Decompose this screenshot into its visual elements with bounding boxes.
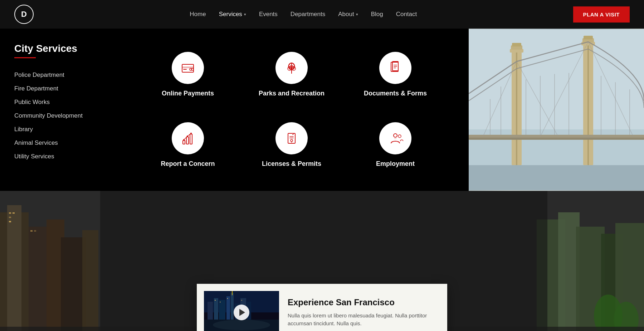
svg-point-30 <box>291 139 293 142</box>
nav-contact[interactable]: Contact <box>396 11 417 18</box>
sidebar-item-fire[interactable]: Fire Department <box>14 82 104 95</box>
parks-recreation-icon-circle <box>275 52 308 84</box>
svg-rect-48 <box>584 36 593 39</box>
video-description: Nulla quis lorem ut libero malesuada feu… <box>288 312 436 328</box>
sidebar-title: City Services <box>14 43 104 54</box>
licenses-permits-icon-circle <box>275 122 308 154</box>
svg-rect-92 <box>219 300 225 320</box>
service-report-concern[interactable]: Report a Concern <box>161 122 215 168</box>
main-section: City Services Police Department Fire Dep… <box>0 29 644 191</box>
svg-point-26 <box>190 133 192 134</box>
main-nav: Home Services ▾ Events Departments About… <box>34 11 573 18</box>
play-button[interactable] <box>234 305 249 320</box>
svg-rect-21 <box>183 140 185 144</box>
svg-rect-100 <box>215 300 216 301</box>
svg-rect-22 <box>186 137 189 144</box>
service-documents-forms[interactable]: Documents & Forms <box>364 52 427 97</box>
nav-departments[interactable]: Departments <box>291 11 325 18</box>
svg-rect-104 <box>241 300 242 301</box>
service-online-payments[interactable]: Online Payments <box>162 52 214 97</box>
chevron-down-icon: ▾ <box>244 12 246 17</box>
credit-card-icon <box>180 60 196 76</box>
nav-home[interactable]: Home <box>190 11 206 18</box>
plan-visit-button[interactable]: PLAN A VISIT <box>573 6 630 23</box>
svg-rect-76 <box>34 230 36 232</box>
svg-rect-38 <box>469 165 644 190</box>
svg-point-33 <box>394 134 397 137</box>
video-card: Experience San Francisco Nulla quis lore… <box>197 284 447 331</box>
sidebar-underline <box>14 57 36 58</box>
nav-about[interactable]: About ▾ <box>338 11 358 18</box>
nav-services[interactable]: Services ▾ <box>219 11 246 18</box>
svg-rect-103 <box>232 295 233 295</box>
logo[interactable]: D <box>14 5 34 24</box>
service-parks-recreation[interactable]: Parks and Recreation <box>259 52 325 97</box>
service-licenses-permits[interactable]: Licenses & Permits <box>262 122 321 168</box>
svg-rect-94 <box>231 293 234 320</box>
sidebar-item-police[interactable]: Police Department <box>14 68 104 82</box>
sidebar: City Services Police Department Fire Dep… <box>0 29 114 191</box>
svg-rect-40 <box>516 51 517 165</box>
video-text: Experience San Francisco Nulla quis lore… <box>288 297 436 328</box>
report-concern-icon-circle <box>172 122 204 154</box>
service-employment[interactable]: Employment <box>376 122 415 168</box>
svg-point-34 <box>398 135 401 138</box>
services-grid: Online Payments <box>114 29 469 191</box>
bridge-image <box>469 29 644 191</box>
sidebar-item-community-dev[interactable]: Community Development <box>14 109 104 123</box>
people-icon <box>387 130 403 146</box>
play-icon <box>239 309 245 316</box>
svg-point-99 <box>213 320 270 330</box>
svg-point-24 <box>183 139 185 140</box>
svg-rect-93 <box>226 296 230 320</box>
employment-icon-circle <box>379 122 411 154</box>
svg-line-32 <box>292 134 294 135</box>
svg-rect-90 <box>208 302 213 320</box>
sidebar-item-animal[interactable]: Animal Services <box>14 136 104 150</box>
video-title: Experience San Francisco <box>288 297 436 307</box>
sidebar-list: Police Department Fire Department Public… <box>14 68 104 163</box>
svg-rect-74 <box>9 221 11 222</box>
sidebar-item-library[interactable]: Library <box>14 123 104 136</box>
svg-rect-75 <box>30 230 33 232</box>
svg-rect-101 <box>220 302 221 302</box>
svg-rect-43 <box>512 43 521 46</box>
svg-rect-95 <box>232 291 233 295</box>
svg-rect-17 <box>392 61 398 71</box>
documents-forms-label: Documents & Forms <box>364 90 427 97</box>
documents-forms-icon-circle <box>379 52 411 84</box>
report-concern-label: Report a Concern <box>161 160 215 168</box>
online-payments-label: Online Payments <box>162 90 214 97</box>
chevron-down-icon-2: ▾ <box>356 12 358 17</box>
nav-blog[interactable]: Blog <box>371 11 383 18</box>
online-payments-icon-circle <box>172 52 204 84</box>
main-header: D Home Services ▾ Events Departments Abo… <box>0 0 644 29</box>
tree-icon <box>284 60 299 76</box>
svg-rect-102 <box>227 298 228 299</box>
svg-rect-59 <box>469 138 644 140</box>
bridge-photo <box>469 29 644 191</box>
employment-label: Employment <box>376 160 415 168</box>
svg-rect-23 <box>190 134 192 144</box>
svg-rect-45 <box>587 44 589 165</box>
svg-rect-66 <box>7 205 21 331</box>
svg-rect-73 <box>9 217 11 218</box>
svg-rect-37 <box>469 29 644 129</box>
sidebar-item-public-works[interactable]: Public Works <box>14 95 104 109</box>
licenses-permits-label: Licenses & Permits <box>262 160 321 168</box>
bridge-illustration <box>469 29 644 191</box>
nav-events[interactable]: Events <box>259 11 278 18</box>
document-icon <box>387 60 403 76</box>
sidebar-item-utility[interactable]: Utility Services <box>14 150 104 163</box>
city-section: Experience San Francisco Nulla quis lore… <box>0 191 644 331</box>
svg-rect-69 <box>61 237 86 331</box>
parks-recreation-label: Parks and Recreation <box>259 90 325 97</box>
video-thumbnail[interactable] <box>204 291 279 331</box>
chart-bar-icon <box>180 130 196 146</box>
svg-rect-91 <box>214 298 218 320</box>
svg-rect-70 <box>82 230 98 331</box>
svg-point-25 <box>187 135 188 137</box>
svg-rect-1 <box>182 66 194 68</box>
svg-rect-72 <box>13 212 15 214</box>
svg-rect-71 <box>9 212 11 214</box>
